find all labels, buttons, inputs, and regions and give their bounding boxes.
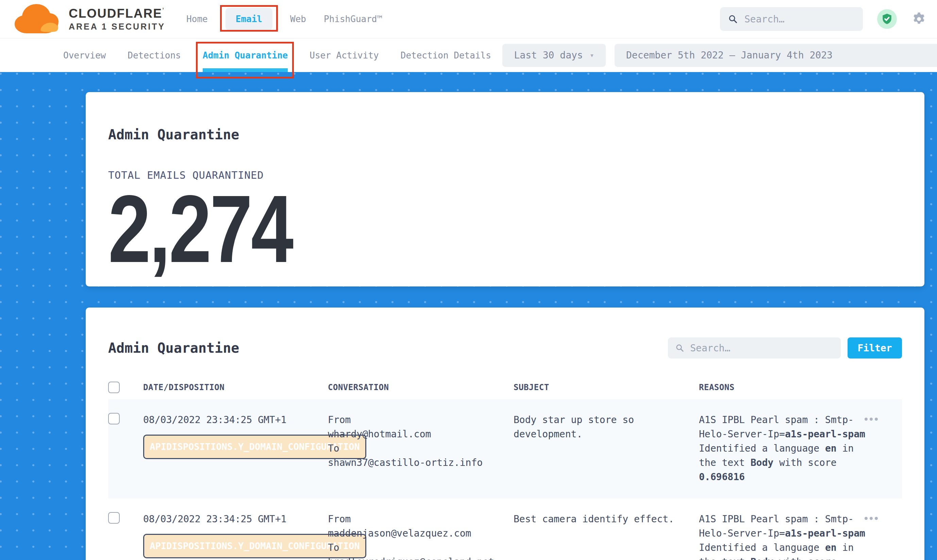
select-all-checkbox[interactable]: [108, 382, 120, 393]
row-conversation: From whardy@hotmail.com To shawn37@casti…: [328, 413, 514, 470]
metric-value: 2,274: [108, 191, 743, 268]
tab-admin-quarantine[interactable]: Admin Quarantine: [203, 38, 288, 72]
protection-status-badge[interactable]: [877, 9, 897, 29]
table-header-row: DATE/DISPOSITION CONVERSATION SUBJECT RE…: [108, 375, 902, 399]
filter-button[interactable]: Filter: [847, 337, 902, 358]
row-conversation: From maddenjason@velazquez.com To bradle…: [328, 512, 514, 560]
row-date: 08/03/2022 23:34:25 GMT+1: [143, 413, 328, 427]
nav-web[interactable]: Web: [290, 14, 306, 24]
tab-user-activity[interactable]: User Activity: [309, 38, 379, 72]
product-title: AREA 1 SECURITY: [69, 22, 165, 31]
search-icon: [675, 343, 684, 353]
global-search[interactable]: [720, 7, 863, 31]
row-subject: Best camera identify effect.: [514, 512, 699, 526]
main-nav: Home Email Web PhishGuard™: [186, 14, 382, 24]
table-row[interactable]: 08/03/2022 23:34:25 GMT+1 APIDISPOSITION…: [108, 399, 902, 498]
table-search-input[interactable]: [689, 342, 833, 354]
row-reasons: A1S IPBL Pearl spam : Smtp-Helo-Server-I…: [699, 512, 864, 560]
date-preset-dropdown[interactable]: Last 30 days ▾: [502, 44, 606, 67]
nav-email[interactable]: Email: [225, 8, 272, 30]
header-actions: [720, 7, 927, 31]
row-subject: Body star up store so development.: [514, 413, 699, 442]
quarantine-table-card: Admin Quarantine Filter DAT: [86, 308, 925, 560]
content-area: Admin Quarantine TOTAL EMAILS QUARANTINE…: [0, 72, 937, 560]
row-actions-menu-icon[interactable]: [864, 517, 902, 520]
col-conversation: CONVERSATION: [328, 383, 514, 392]
shield-check-icon: [881, 13, 893, 25]
table-search[interactable]: [668, 337, 841, 358]
from-email: whardy@hotmail.com: [328, 427, 514, 442]
to-email: shawn37@castillo-ortiz.info: [328, 456, 514, 470]
table-card-title: Admin Quarantine: [108, 341, 239, 355]
col-subject: SUBJECT: [514, 383, 699, 392]
tab-detection-details[interactable]: Detection Details: [401, 38, 491, 72]
to-email: bradleyrodriguez@copeland.net: [328, 555, 514, 560]
nav-phishguard[interactable]: PhishGuard™: [324, 14, 382, 24]
page: CLOUDFLARE’ AREA 1 SECURITY Home Email W…: [0, 0, 937, 560]
tab-detections[interactable]: Detections: [128, 38, 181, 72]
nav-home[interactable]: Home: [186, 14, 208, 24]
brand-title: CLOUDFLARE’: [69, 7, 165, 20]
row-actions-menu-icon[interactable]: [864, 418, 902, 421]
active-tab-underline: [203, 68, 288, 72]
trademark-mark: ’: [162, 7, 165, 14]
cloudflare-logo: CLOUDFLARE’ AREA 1 SECURITY: [13, 3, 165, 35]
search-icon: [728, 14, 738, 25]
row-date: 08/03/2022 23:34:25 GMT+1: [143, 512, 328, 526]
email-sub-nav: Overview Detections Admin Quarantine Use…: [0, 38, 937, 72]
tab-overview[interactable]: Overview: [63, 38, 106, 72]
table-row[interactable]: 08/03/2022 23:34:25 GMT+1 APIDISPOSITION…: [108, 498, 902, 560]
global-search-input[interactable]: [744, 13, 855, 25]
col-reasons: REASONS: [699, 383, 864, 392]
chevron-down-icon: ▾: [590, 51, 594, 60]
from-email: maddenjason@velazquez.com: [328, 526, 514, 541]
summary-card: Admin Quarantine TOTAL EMAILS QUARANTINE…: [86, 92, 925, 286]
col-date-disposition: DATE/DISPOSITION: [143, 383, 328, 392]
top-header: CLOUDFLARE’ AREA 1 SECURITY Home Email W…: [0, 0, 937, 38]
summary-card-title: Admin Quarantine: [108, 103, 902, 142]
settings-gear-icon[interactable]: [911, 11, 927, 27]
row-reasons: A1S IPBL Pearl spam : Smtp-Helo-Server-I…: [699, 413, 864, 484]
row-checkbox[interactable]: [108, 413, 120, 425]
row-checkbox[interactable]: [108, 512, 120, 524]
quarantine-table: DATE/DISPOSITION CONVERSATION SUBJECT RE…: [108, 375, 902, 560]
cloudflare-cloud-icon: [13, 3, 64, 35]
date-range-picker[interactable]: December 5th 2022 — January 4th 2023: [614, 44, 937, 67]
